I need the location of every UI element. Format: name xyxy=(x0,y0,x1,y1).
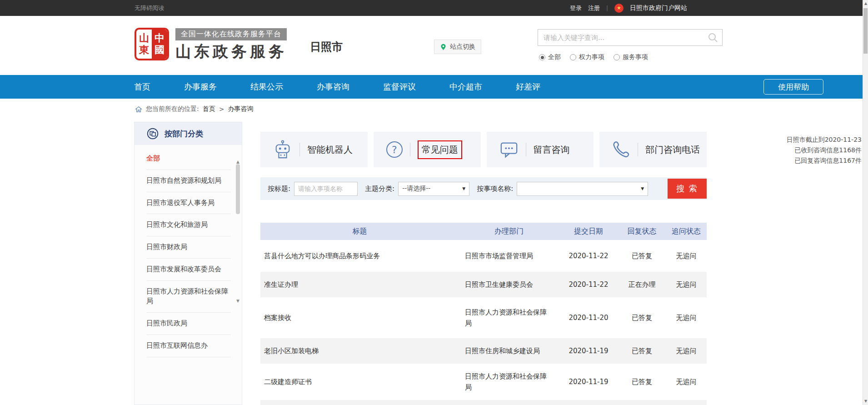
row-reply-status: 已答复 xyxy=(618,314,666,322)
dept-item-all[interactable]: 全部 xyxy=(146,148,231,170)
row-reply-status: 已答复 xyxy=(618,347,666,355)
table-row: 老旧小区加装电梯 日照市住房和城乡建设局 2020-11-19 已答复 无追问 xyxy=(260,338,707,364)
col-header-followup: 追问状态 xyxy=(666,227,707,236)
row-title-link[interactable]: 莒县什么地方可以办理商品条形码业务 xyxy=(260,252,459,260)
login-link[interactable]: 登录 xyxy=(570,4,582,12)
help-button[interactable]: 使用帮助 xyxy=(763,79,823,95)
sidebar-scroll-up-icon[interactable]: ▲ xyxy=(236,160,239,164)
scrollbar-down-arrow-icon[interactable]: ▼ xyxy=(863,398,868,405)
nav-item-consult[interactable]: 办事咨询 xyxy=(300,75,366,99)
row-date: 2020-11-20 xyxy=(559,314,618,322)
col-header-date: 提交日期 xyxy=(559,227,618,236)
row-title-link[interactable]: 档案接收 xyxy=(260,314,459,322)
portal-link[interactable]: 日照市政府门户网站 xyxy=(630,4,687,12)
category-icon xyxy=(146,127,159,140)
dept-item[interactable]: 日照市退役军人事务局 xyxy=(146,192,231,215)
keyword-search-box xyxy=(538,29,723,46)
row-dept: 日照市人力资源和社会保障局 xyxy=(459,307,559,329)
row-dept: 日照市市场监督管理局 xyxy=(459,250,559,261)
category-select-value: --请选择-- xyxy=(402,185,430,193)
consult-channel-tabs: 智能机器人 ? 常见问题 留言咨询 部门咨询电话 xyxy=(260,132,707,167)
scrollbar-thumb[interactable] xyxy=(863,8,868,54)
chevron-down-icon: ▼ xyxy=(462,186,465,191)
filter-name-label: 按事项名称: xyxy=(477,185,513,193)
dept-item[interactable]: 日照市人力资源和社会保障局 xyxy=(146,281,231,313)
seal-char: 中 xyxy=(155,32,165,44)
col-header-title: 标题 xyxy=(260,227,459,236)
tab-label: 留言咨询 xyxy=(534,144,570,156)
nav-item-home[interactable]: 首页 xyxy=(117,75,167,99)
tab-divider xyxy=(299,143,300,156)
dept-item[interactable]: 日照市互联网信息办 xyxy=(146,335,231,357)
question-icon: ? xyxy=(386,141,403,158)
row-title-link[interactable]: 准生证办理 xyxy=(260,280,459,289)
scope-all[interactable]: 全部 xyxy=(539,53,561,61)
row-followup-status: 无追问 xyxy=(666,280,707,289)
dept-item[interactable]: 日照市发展和改革委员会 xyxy=(146,259,231,281)
tab-label: 部门咨询电话 xyxy=(645,144,700,156)
row-date: 2020-11-19 xyxy=(559,347,618,355)
row-title-link[interactable]: 二级建造师证书 xyxy=(260,378,459,386)
row-title-link[interactable]: 老旧小区加装电梯 xyxy=(260,347,459,355)
top-utility-bar: 无障碍阅读 登录 注册 | ★ 日照市政府门户网站 xyxy=(0,0,868,16)
location-pin-icon xyxy=(440,43,447,51)
dept-item[interactable]: 日照市文化和旅游局 xyxy=(146,214,231,236)
filter-title-input[interactable] xyxy=(294,182,358,196)
dept-item[interactable]: 日照市自然资源和规划局 xyxy=(146,170,231,192)
tab-leave-message[interactable]: 留言咨询 xyxy=(487,132,594,167)
dept-item[interactable]: 日照市财政局 xyxy=(146,236,231,259)
row-reply-status: 已答复 xyxy=(618,252,666,260)
accessibility-link[interactable]: 无障碍阅读 xyxy=(135,4,164,12)
tab-department-hotline[interactable]: 部门咨询电话 xyxy=(599,132,707,167)
site-switch-button[interactable]: 站点切换 xyxy=(434,40,481,54)
register-link[interactable]: 注册 xyxy=(588,4,600,12)
row-date: 2020-11-22 xyxy=(559,280,618,289)
table-row: 莒县什么地方可以办理商品条形码业务 日照市市场监督管理局 2020-11-22 … xyxy=(260,240,707,272)
radio-icon[interactable] xyxy=(614,54,620,60)
consult-table: 标题 办理部门 提交日期 回复状态 追问状态 莒县什么地方可以办理商品条形码业务… xyxy=(260,223,707,405)
robot-icon xyxy=(273,140,292,160)
row-followup-status: 无追问 xyxy=(666,347,707,355)
nav-item-results[interactable]: 结果公示 xyxy=(234,75,300,99)
sidebar-scrollbar-thumb[interactable] xyxy=(236,164,240,214)
tab-faq[interactable]: ? 常见问题 xyxy=(374,132,481,167)
seal-char: 山 xyxy=(139,32,149,44)
scope-service-items[interactable]: 服务事项 xyxy=(614,53,648,61)
breadcrumb-home-link[interactable]: 首页 xyxy=(203,105,215,113)
scope-power-items[interactable]: 权力事项 xyxy=(570,53,604,61)
home-icon xyxy=(135,106,142,113)
dept-item[interactable]: 日照市民政局 xyxy=(146,313,231,335)
stats-received: 已收到咨询信息1168件 xyxy=(771,145,862,155)
filter-title-label: 按标题: xyxy=(268,185,290,193)
tab-smart-robot[interactable]: 智能机器人 xyxy=(260,132,368,167)
department-list: 全部 日照市自然资源和规划局 日照市退役军人事务局 日照市文化和旅游局 日照市财… xyxy=(135,145,242,357)
col-header-dept: 办理部门 xyxy=(459,227,559,236)
row-followup-status: 无追问 xyxy=(666,314,707,322)
scrollbar-up-arrow-icon[interactable]: ▲ xyxy=(863,0,868,7)
row-dept: 日照市住房和城乡建设局 xyxy=(459,345,559,356)
nav-item-rating[interactable]: 好差评 xyxy=(499,75,557,99)
topbar-divider: | xyxy=(606,5,608,11)
nav-item-supervision[interactable]: 监督评议 xyxy=(366,75,433,99)
radio-icon[interactable] xyxy=(570,54,576,60)
consult-statistics: 日照市截止到2020-11-23 已收到咨询信息1168件 已回复咨询信息116… xyxy=(771,135,862,166)
sidebar-scroll-down-icon[interactable]: ▼ xyxy=(236,299,239,303)
page-scrollbar[interactable]: ▲ ▼ xyxy=(863,0,868,405)
city-name: 日照市 xyxy=(310,40,343,54)
item-name-select[interactable]: ▼ xyxy=(517,182,648,196)
scope-label: 服务事项 xyxy=(623,53,648,61)
search-button[interactable]: 搜 索 xyxy=(668,179,707,199)
table-header-row: 标题 办理部门 提交日期 回复状态 追问状态 xyxy=(260,223,707,240)
breadcrumb-separator: > xyxy=(219,105,224,113)
site-brand-title: 山东政务服务 xyxy=(175,41,287,62)
nav-item-intermediary[interactable]: 中介超市 xyxy=(433,75,499,99)
radio-icon[interactable] xyxy=(539,54,545,60)
scope-label: 权力事项 xyxy=(579,53,604,61)
nav-item-services[interactable]: 办事服务 xyxy=(167,75,234,99)
keyword-search-input[interactable] xyxy=(538,34,708,42)
search-icon[interactable] xyxy=(708,32,718,43)
row-reply-status: 已答复 xyxy=(618,378,666,386)
message-icon xyxy=(499,140,519,159)
category-select[interactable]: --请选择-- ▼ xyxy=(398,182,469,196)
tab-label: 智能机器人 xyxy=(307,144,353,156)
